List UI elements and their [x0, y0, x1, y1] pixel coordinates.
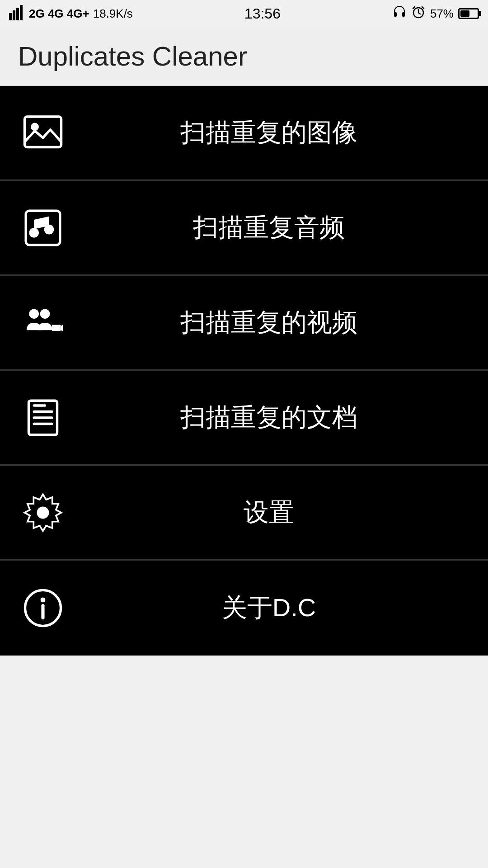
app-header: Duplicates Cleaner	[0, 27, 488, 86]
signal-icon	[9, 4, 25, 24]
about-label: 关于D.C	[68, 591, 470, 625]
audio-icon	[18, 203, 68, 253]
svg-point-20	[41, 598, 46, 603]
app-title: Duplicates Cleaner	[18, 41, 247, 72]
scan-video-label: 扫描重复的视频	[68, 306, 470, 340]
status-left: 2G 4G 4G+ 18.9K/s	[9, 4, 133, 24]
battery-percent: 57%	[430, 7, 454, 21]
settings-label: 设置	[68, 495, 470, 530]
status-right: 57%	[392, 5, 479, 23]
svg-rect-2	[16, 8, 19, 20]
svg-rect-1	[13, 10, 15, 20]
settings-icon	[18, 488, 68, 538]
svg-rect-0	[9, 13, 12, 20]
menu-item-settings[interactable]: 设置	[0, 466, 488, 561]
menu-item-about[interactable]: 关于D.C	[0, 561, 488, 656]
alarm-icon	[411, 5, 426, 23]
headphone-icon	[392, 5, 407, 23]
battery-icon	[458, 8, 479, 19]
scan-documents-label: 扫描重复的文档	[68, 401, 470, 435]
svg-rect-5	[25, 117, 61, 147]
svg-point-11	[40, 309, 50, 319]
network-speed: 18.9K/s	[93, 7, 133, 21]
menu-item-scan-images[interactable]: 扫描重复的图像	[0, 86, 488, 181]
info-icon	[18, 583, 68, 633]
menu-item-scan-audio[interactable]: 扫描重复音频	[0, 181, 488, 276]
svg-point-18	[37, 506, 49, 519]
svg-rect-7	[26, 211, 60, 245]
image-icon	[18, 108, 68, 158]
scan-audio-label: 扫描重复音频	[68, 211, 470, 245]
svg-point-10	[29, 309, 39, 319]
scan-images-label: 扫描重复的图像	[68, 116, 470, 150]
menu-container: 扫描重复的图像 扫描重复音频	[0, 86, 488, 656]
network-type: 2G 4G 4G+	[29, 7, 89, 21]
svg-point-6	[31, 123, 39, 131]
video-icon	[18, 298, 68, 348]
menu-item-scan-documents[interactable]: 扫描重复的文档	[0, 371, 488, 466]
status-time: 13:56	[244, 5, 281, 22]
svg-point-9	[44, 224, 54, 234]
document-icon	[18, 393, 68, 443]
status-bar: 2G 4G 4G+ 18.9K/s 13:56 57%	[0, 0, 488, 27]
svg-rect-3	[20, 5, 23, 20]
menu-item-scan-video[interactable]: 扫描重复的视频	[0, 276, 488, 371]
svg-point-8	[29, 228, 39, 238]
svg-rect-12	[52, 325, 61, 331]
